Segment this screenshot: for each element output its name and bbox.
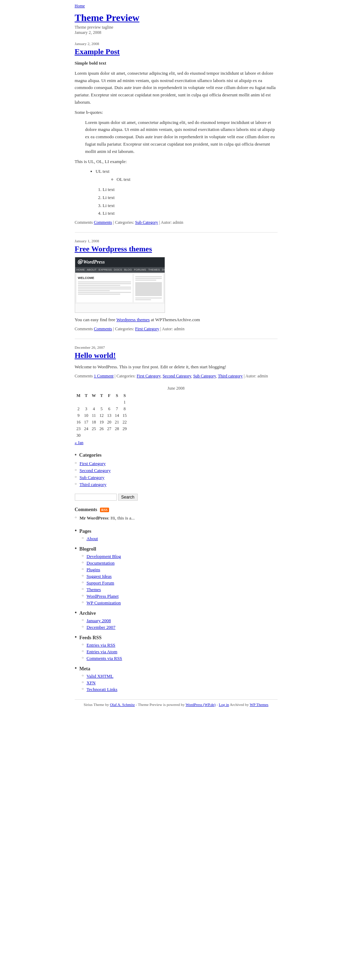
post-hello-world: December 26, 2007 Hello world! Welcome t… <box>75 345 278 379</box>
list-item: Suggest Ideas <box>82 574 278 579</box>
blogroll-list: Development Blog Documentation Plugins S… <box>82 554 278 606</box>
footer-wp-link[interactable]: WordPress (WP.de) <box>186 702 216 706</box>
wp-themes-link[interactable]: Wordpress themes <box>117 317 150 322</box>
list-item: WordPress Planet <box>82 593 278 599</box>
top-list: • Pages About • Blogroll Development Blo… <box>75 527 278 692</box>
list-item: Technorati Links <box>82 687 278 692</box>
post-cat-sub[interactable]: Sub Category <box>193 374 216 379</box>
wp-logo-bar: Ⓦ WordPress <box>75 257 165 267</box>
footer-login-link[interactable]: Log in <box>219 702 229 706</box>
post-meta-hello: Comments 1 Comment | Categories: First C… <box>75 374 278 379</box>
list-item: Themes <box>82 587 278 592</box>
categories-title: • Categories <box>75 452 278 458</box>
rss-badge: RSS <box>100 508 109 512</box>
post-content-hello: Welcome to WordPress. This is your first… <box>75 363 278 371</box>
post-cat-second[interactable]: Second Category <box>163 374 191 379</box>
site-tagline: Theme preview tagline January 2, 2008 <box>75 25 278 35</box>
comments-rss-widget: Comments RSS Mr WordPress: Hi, this is a… <box>75 507 278 521</box>
post-comments-link[interactable]: Comments <box>94 220 112 225</box>
post-divider-1 <box>75 232 278 232</box>
list-item: Third category <box>75 482 278 487</box>
site-title[interactable]: Theme Preview <box>75 12 278 23</box>
search-button[interactable] <box>118 494 138 501</box>
post-title-wp: Free Wordpress themes <box>75 244 278 253</box>
post-cat-first[interactable]: First Category <box>137 374 160 379</box>
list-item: December 2007 <box>82 625 278 630</box>
meta-widget: • Meta Valid XHTML XFN Technorati Links <box>75 665 278 692</box>
calendar-row: 23242526272829 <box>75 426 129 432</box>
list-item: About <box>82 536 278 541</box>
post-category-first[interactable]: First Category <box>135 326 159 331</box>
site-header: Theme Preview Theme preview tagline Janu… <box>75 12 278 35</box>
list-item: WP Customization <box>82 600 278 606</box>
post-date: January 2, 2008 <box>75 41 278 46</box>
list-item: Second Category <box>75 468 278 473</box>
calendar-row: 1 <box>75 399 129 406</box>
post-category-sub[interactable]: Sub Category <box>135 220 158 225</box>
post-content-wp: Ⓦ WordPress HOME ABOUT EXPRESS DOCS BLOG… <box>75 257 278 324</box>
post-meta-example: Comments Comments | Categories: Sub Cate… <box>75 220 278 225</box>
sidebar: June 2008 M T W T F S S 1 <box>75 386 278 692</box>
feeds-list: Entries via RSS Entries via Atom Comment… <box>82 643 278 661</box>
post-comments-link-hello[interactable]: 1 Comment <box>94 374 114 379</box>
calendar-header-row: M T W T F S S <box>75 393 129 399</box>
post-wp-themes: January 1, 2008 Free Wordpress themes Ⓦ … <box>75 239 278 332</box>
wp-nav-bar: HOME ABOUT EXPRESS DOCS BLOG FORUMS THEM… <box>75 267 165 273</box>
post-comments-link-wp[interactable]: Comments <box>94 326 112 331</box>
post-title-hello: Hello world! <box>75 351 278 360</box>
site-footer: Sirius Theme by Olaf A. Schmitz - Theme … <box>75 699 278 706</box>
archive-widget: • Archive January 2008 December 2007 <box>75 609 278 630</box>
list-item: Plugins <box>82 567 278 573</box>
post-divider-2 <box>75 339 278 339</box>
archive-list: January 2008 December 2007 <box>82 618 278 630</box>
meta-list: Valid XHTML XFN Technorati Links <box>82 673 278 692</box>
list-item: Entries via RSS <box>82 643 278 648</box>
wp-screenshot: Ⓦ WordPress HOME ABOUT EXPRESS DOCS BLOG… <box>75 257 165 313</box>
comments-rss-title: Comments RSS <box>75 507 278 512</box>
breadcrumb: Home <box>75 3 278 9</box>
calendar-row: 9101112131415 <box>75 412 129 419</box>
calendar-table: M T W T F S S 1 2345678 <box>75 393 129 439</box>
list-item: Sub Category <box>75 475 278 480</box>
comments-rss-list: Mr WordPress: Hi, this is a... <box>75 515 278 521</box>
list-item: Support Forum <box>82 580 278 586</box>
post-content-example: Simple bold text Lorem ipsum dolor sit a… <box>75 60 278 217</box>
calendar-widget: June 2008 M T W T F S S 1 <box>75 386 278 445</box>
list-item: XFN <box>82 680 278 686</box>
pages-widget: • Pages About <box>75 527 278 541</box>
post-blockquote: Lorem ipsum dolor sit amet, consectetur … <box>85 119 278 155</box>
categories-list: First Category Second Category Sub Categ… <box>75 461 278 487</box>
list-item: January 2008 <box>82 618 278 624</box>
post-ul: UL text OL text <box>96 168 278 183</box>
calendar-row: 30 <box>75 432 129 439</box>
categories-widget: • Categories First Category Second Categ… <box>75 452 278 487</box>
calendar-title: June 2008 <box>75 386 278 391</box>
home-link[interactable]: Home <box>75 3 85 8</box>
post-cat-third[interactable]: Third category <box>218 374 243 379</box>
calendar-prev[interactable]: « Jan <box>75 440 83 445</box>
search-input[interactable] <box>75 494 117 501</box>
wp-body: WELCOME <box>75 273 165 304</box>
post-title-example: Example Post <box>75 47 278 56</box>
calendar-row: 16171819202122 <box>75 419 129 426</box>
list-item: Comments via RSS <box>82 655 278 661</box>
calendar-body: 1 2345678 9101112131415 16171819202122 2… <box>75 399 129 439</box>
search-form[interactable] <box>75 494 278 501</box>
feeds-widget: • Feeds RSS Entries via RSS Entries via … <box>75 634 278 661</box>
calendar-row: 2345678 <box>75 406 129 412</box>
list-item: Mr WordPress: Hi, this is a... <box>75 515 278 521</box>
list-item: Development Blog <box>82 554 278 559</box>
post-meta-wp: Comments Comments | Categories: First Ca… <box>75 326 278 332</box>
post-ol: Li text Li text Li text Li text <box>103 186 278 217</box>
list-item: Documentation <box>82 560 278 566</box>
list-item: Entries via Atom <box>82 649 278 655</box>
post-example: January 2, 2008 Example Post Simple bold… <box>75 41 278 225</box>
footer-themes-link[interactable]: WP Themes <box>250 702 268 706</box>
blogroll-widget: • Blogroll Development Blog Documentatio… <box>75 545 278 606</box>
post-date: December 26, 2007 <box>75 345 278 350</box>
search-widget <box>75 494 278 501</box>
footer-author-link[interactable]: Olaf A. Schmitz <box>110 702 134 706</box>
list-item: First Category <box>75 461 278 466</box>
calendar-nav: « Jan <box>75 440 278 445</box>
list-item: Valid XHTML <box>82 673 278 679</box>
